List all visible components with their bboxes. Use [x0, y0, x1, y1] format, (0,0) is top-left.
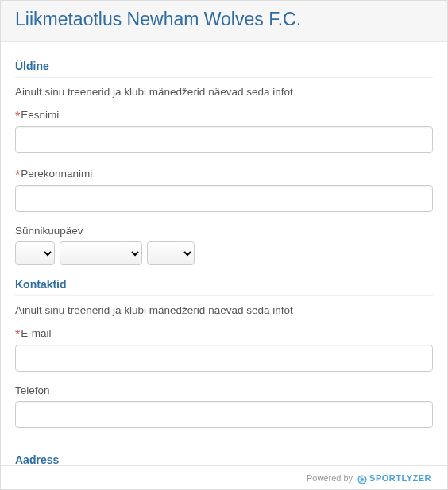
label-phone: Telefon — [15, 384, 433, 396]
lastname-input[interactable] — [15, 185, 433, 212]
phone-input[interactable] — [15, 401, 433, 428]
email-input[interactable] — [15, 345, 433, 372]
label-email: *E-mail — [15, 326, 433, 340]
sportlyzer-logo-icon — [357, 473, 367, 483]
section-title-general: Üldine — [15, 60, 433, 72]
section-title-address: Aadress — [15, 453, 433, 465]
scroll-area[interactable]: Liikmetaotlus Newham Wolves F.C. Üldine … — [1, 1, 447, 465]
section-title-contacts: Kontaktid — [15, 278, 433, 291]
label-lastname-text: Perekonnanimi — [21, 168, 92, 179]
label-lastname: *Perekonnanimi — [15, 166, 433, 180]
dob-year-select[interactable] — [147, 241, 195, 265]
label-firstname: *Eesnimi — [15, 107, 433, 122]
dob-month-select[interactable] — [60, 241, 142, 265]
privacy-note-general: Ainult sinu treenerid ja klubi mänedžeri… — [15, 86, 433, 98]
dob-row — [15, 241, 433, 265]
label-email-text: E-mail — [21, 327, 51, 339]
powered-by-label: Powered by — [307, 473, 353, 483]
firstname-input[interactable] — [15, 126, 433, 153]
widget-frame: Liikmetaotlus Newham Wolves F.C. Üldine … — [0, 0, 448, 490]
footer: Powered by SPORTLYZER — [1, 465, 447, 489]
dob-day-select[interactable] — [15, 241, 55, 265]
divider — [15, 77, 433, 78]
required-star-icon: * — [15, 168, 20, 182]
label-firstname-text: Eesnimi — [21, 109, 59, 121]
brand-name: SPORTLYZER — [369, 473, 431, 483]
required-star-icon: * — [15, 110, 20, 123]
brand-link[interactable]: SPORTLYZER — [357, 473, 431, 483]
form-header: Liikmetaotlus Newham Wolves F.C. — [1, 1, 447, 42]
form-content: Üldine Ainult sinu treenerid ja klubi mä… — [1, 42, 447, 465]
privacy-note-contacts: Ainult sinu treenerid ja klubi mänedžeri… — [15, 304, 433, 316]
required-star-icon: * — [15, 328, 20, 341]
divider — [15, 295, 433, 296]
label-dob: Sünnikuupäev — [15, 225, 433, 237]
page-title: Liikmetaotlus Newham Wolves F.C. — [15, 9, 433, 30]
